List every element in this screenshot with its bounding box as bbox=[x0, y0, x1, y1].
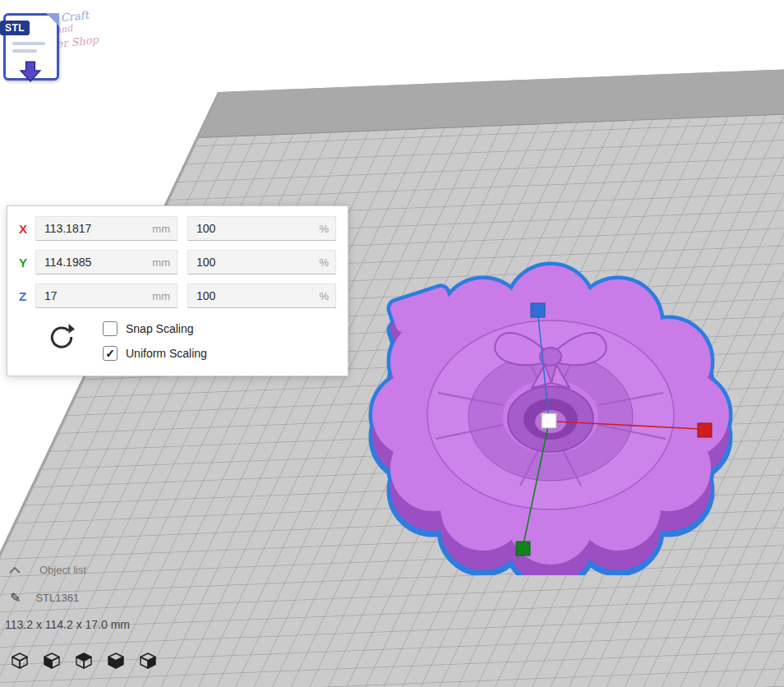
pencil-icon: ✎ bbox=[10, 590, 21, 606]
scale-row-x: X mm % bbox=[19, 216, 336, 241]
download-arrow-icon bbox=[19, 60, 42, 83]
scale-row-y: Y mm % bbox=[19, 250, 336, 274]
scale-x-mm-input[interactable] bbox=[36, 217, 177, 240]
folded-corner-icon bbox=[46, 13, 59, 26]
scale-y-mm-input[interactable] bbox=[36, 251, 177, 274]
doc-text-line bbox=[12, 42, 45, 45]
scale-row-z: Z mm % bbox=[19, 284, 336, 308]
view-top-icon[interactable] bbox=[72, 649, 95, 674]
scale-y-percent-input[interactable] bbox=[188, 251, 335, 274]
object-list-item[interactable]: ✎ STL1361 bbox=[10, 590, 79, 606]
scale-handle-x[interactable] bbox=[698, 423, 712, 437]
model-dimensions-label: 113.2 x 114.2 x 17.0 mm bbox=[5, 618, 130, 631]
scale-tool-panel: X mm % Y mm % Z mm % bbox=[7, 205, 348, 376]
model-3d[interactable] bbox=[349, 247, 768, 575]
axis-x-label: X bbox=[19, 222, 35, 236]
view-left-icon[interactable] bbox=[104, 649, 127, 674]
uniform-scaling-label: Uniform Scaling bbox=[126, 347, 207, 360]
object-list-header[interactable]: Object list bbox=[8, 564, 86, 576]
scale-handle-y[interactable] bbox=[516, 542, 530, 556]
shop-logo: The Craft and Glitter Shop STL bbox=[0, 3, 123, 85]
stl-badge: STL bbox=[0, 21, 30, 35]
view-right-icon[interactable] bbox=[136, 649, 159, 674]
scale-x-percent-input[interactable] bbox=[188, 217, 335, 240]
scale-x-mm-field: mm bbox=[35, 216, 178, 241]
reset-arrow-icon bbox=[48, 323, 76, 351]
snap-scaling-checkbox[interactable] bbox=[103, 321, 118, 336]
object-name: STL1361 bbox=[35, 592, 79, 604]
view-front-icon[interactable] bbox=[40, 649, 63, 674]
uniform-scaling-checkbox[interactable]: ✓ bbox=[103, 346, 118, 361]
object-list-title: Object list bbox=[39, 564, 86, 576]
uniform-scaling-row: ✓ Uniform Scaling bbox=[103, 346, 207, 361]
scale-handle-z[interactable] bbox=[531, 303, 545, 317]
chevron-up-icon bbox=[8, 566, 21, 574]
axis-y-label: Y bbox=[19, 256, 35, 270]
view-3d-icon[interactable] bbox=[8, 649, 31, 674]
camera-view-toolbar bbox=[8, 649, 159, 674]
scale-z-mm-field: mm bbox=[35, 284, 178, 308]
reset-scale-button[interactable] bbox=[45, 321, 78, 354]
snap-scaling-row: Snap Scaling bbox=[103, 321, 207, 336]
checkmark-icon: ✓ bbox=[105, 348, 115, 359]
stl-file-icon: STL bbox=[3, 13, 59, 81]
scale-z-percent-input[interactable] bbox=[188, 284, 335, 307]
scale-y-mm-field: mm bbox=[35, 250, 178, 274]
scale-handle-center[interactable] bbox=[542, 413, 556, 428]
axis-z-label: Z bbox=[19, 289, 35, 303]
build-plate-back-edge bbox=[198, 36, 784, 138]
scale-z-percent-field: % bbox=[187, 284, 336, 308]
scale-y-percent-field: % bbox=[187, 250, 336, 274]
snap-scaling-label: Snap Scaling bbox=[126, 322, 194, 335]
doc-text-line bbox=[12, 49, 37, 53]
scale-z-mm-input[interactable] bbox=[36, 284, 177, 307]
scale-x-percent-field: % bbox=[187, 216, 336, 241]
